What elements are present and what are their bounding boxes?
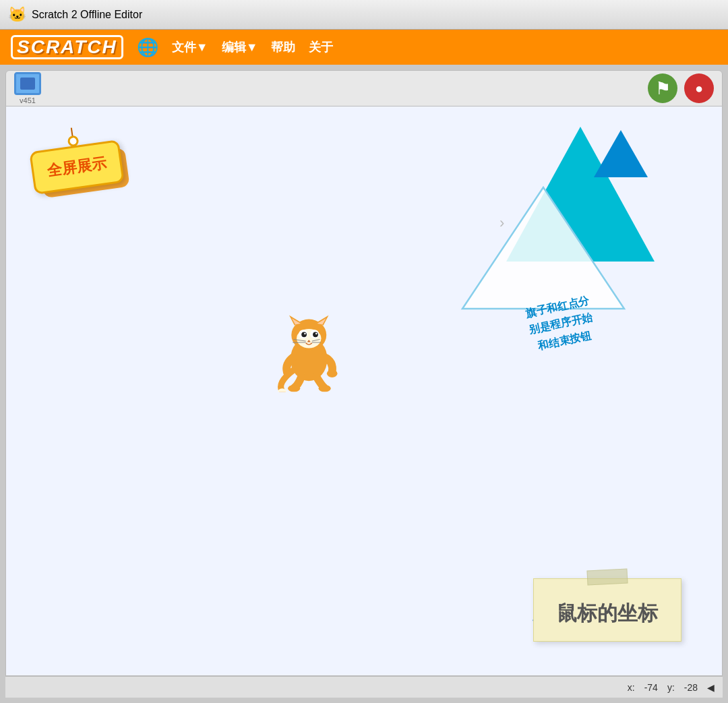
- globe-icon[interactable]: 🌐: [137, 37, 158, 58]
- svg-point-23: [319, 386, 331, 392]
- stage-toolbar: v451 ⚑ ●: [5, 70, 723, 106]
- fullscreen-tag-annotation: 全屏展示: [29, 140, 125, 195]
- triangle-annotation-text: 旗子和红点分别是程序开始和结束按钮: [502, 252, 598, 359]
- svg-point-22: [288, 386, 300, 392]
- sticky-note-annotation: 鼠标的坐标: [533, 578, 681, 642]
- scratch-logo: SCRATCH: [11, 35, 123, 60]
- svg-point-15: [315, 333, 317, 335]
- menu-bar: SCRATCH 🌐 文件▼ 编辑▼ 帮助 关于: [0, 30, 728, 65]
- triangle-annotation: › 旗子和红点分别是程序开始和结束按钮: [452, 127, 681, 369]
- svg-point-21: [327, 370, 338, 378]
- app-icon: 🐱: [8, 6, 26, 24]
- sticky-note-text: 鼠标的坐标: [557, 602, 658, 624]
- stop-icon: ●: [695, 81, 703, 96]
- small-triangle: [594, 130, 648, 180]
- menu-file[interactable]: 文件▼: [172, 39, 208, 55]
- title-bar: 🐱 Scratch 2 Offline Editor: [0, 0, 728, 30]
- green-flag-icon: ⚑: [655, 78, 671, 99]
- y-label: y:: [667, 682, 675, 693]
- sticky-note-body: 鼠标的坐标: [533, 578, 681, 642]
- app-title: Scratch 2 Offline Editor: [32, 9, 142, 21]
- x-value: -74: [644, 682, 658, 693]
- fullscreen-inner-icon: [20, 78, 35, 90]
- green-flag-button[interactable]: ⚑: [648, 73, 677, 103]
- version-label: v451: [20, 96, 36, 104]
- fullscreen-button[interactable]: v451: [14, 72, 41, 104]
- editor-area: v451 ⚑ ● 全屏展示: [0, 65, 728, 703]
- tag-hole: [67, 135, 80, 147]
- svg-marker-1: [594, 130, 648, 177]
- scroll-arrow[interactable]: ◀: [707, 682, 715, 693]
- svg-point-14: [304, 333, 306, 335]
- menu-help[interactable]: 帮助: [271, 39, 295, 55]
- stage-canvas[interactable]: 全屏展示: [5, 106, 723, 676]
- stage-wrapper: v451 ⚑ ● 全屏展示: [0, 65, 728, 703]
- stop-button[interactable]: ●: [684, 73, 714, 103]
- y-value: -28: [684, 682, 698, 693]
- triangle-group: › 旗子和红点分别是程序开始和结束按钮: [452, 127, 681, 369]
- fullscreen-tag-text: 全屏展示: [47, 154, 108, 179]
- x-label: x:: [628, 682, 635, 693]
- svg-point-12: [301, 332, 307, 338]
- fullscreen-icon: [14, 72, 41, 95]
- run-controls: ⚑ ●: [648, 73, 714, 103]
- menu-edit[interactable]: 编辑▼: [222, 39, 258, 55]
- svg-point-13: [313, 332, 318, 338]
- menu-about[interactable]: 关于: [309, 39, 333, 55]
- fullscreen-tag-body: 全屏展示: [29, 140, 125, 195]
- scratch-cat: [263, 296, 351, 395]
- status-bar: x: -74 y: -28 ◀: [5, 676, 723, 698]
- tape-strip: [586, 568, 628, 585]
